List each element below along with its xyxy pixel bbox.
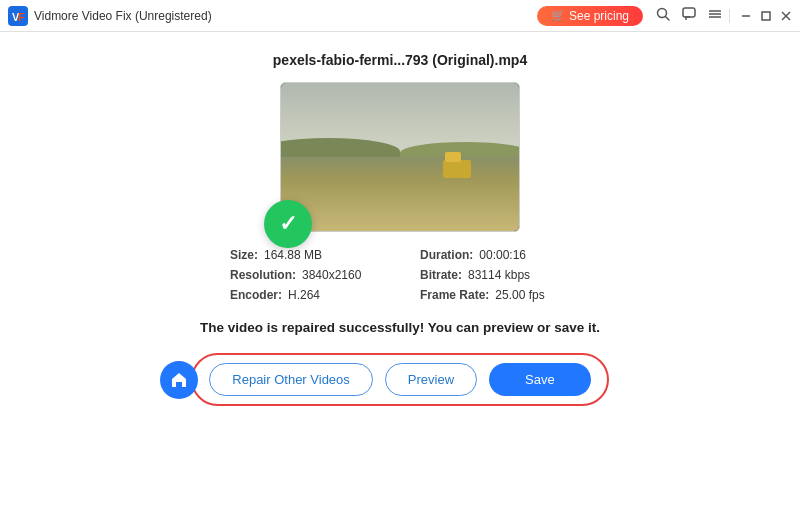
encoder-label: Encoder:	[230, 288, 282, 302]
app-logo: V F	[8, 6, 28, 26]
info-encoder: Encoder: H.264	[230, 288, 380, 302]
resolution-value: 3840x2160	[302, 268, 361, 282]
scene-vehicle	[443, 160, 471, 178]
svg-rect-5	[683, 8, 695, 17]
search-icon[interactable]	[655, 7, 671, 24]
save-button[interactable]: Save	[489, 363, 591, 396]
title-bar: V F Vidmore Video Fix (Unregistered) 🛒 S…	[0, 0, 800, 32]
success-check-badge: ✓	[264, 200, 312, 248]
window-controls	[740, 10, 792, 22]
cart-icon: 🛒	[551, 9, 565, 22]
size-value: 164.88 MB	[264, 248, 322, 262]
encoder-value: H.264	[288, 288, 320, 302]
bitrate-value: 83114 kbps	[468, 268, 530, 282]
size-label: Size:	[230, 248, 258, 262]
action-buttons-group: Repair Other Videos Preview Save	[191, 353, 608, 406]
scene-land	[281, 157, 519, 231]
maximize-button[interactable]	[760, 10, 772, 22]
app-title: Vidmore Video Fix (Unregistered)	[34, 9, 537, 23]
info-resolution: Resolution: 3840x2160	[230, 268, 380, 282]
duration-value: 00:00:16	[479, 248, 526, 262]
chat-icon[interactable]	[681, 7, 697, 24]
bottom-actions: Repair Other Videos Preview Save	[20, 353, 780, 406]
framerate-label: Frame Rate:	[420, 288, 489, 302]
video-info-grid: Size: 164.88 MB Duration: 00:00:16 Resol…	[230, 248, 570, 302]
success-message: The video is repaired successfully! You …	[200, 320, 600, 335]
svg-line-4	[666, 17, 670, 21]
video-thumbnail	[280, 82, 520, 232]
divider	[729, 9, 730, 23]
bitrate-label: Bitrate:	[420, 268, 462, 282]
info-duration: Duration: 00:00:16	[420, 248, 570, 262]
home-button[interactable]	[160, 361, 198, 399]
close-button[interactable]	[780, 10, 792, 22]
repair-other-button[interactable]: Repair Other Videos	[209, 363, 373, 396]
framerate-value: 25.00 fps	[495, 288, 544, 302]
see-pricing-button[interactable]: 🛒 See pricing	[537, 6, 643, 26]
info-bitrate: Bitrate: 83114 kbps	[420, 268, 570, 282]
info-size: Size: 164.88 MB	[230, 248, 380, 262]
main-content: pexels-fabio-fermi...793 (Original).mp4 …	[0, 32, 800, 516]
pricing-label: See pricing	[569, 9, 629, 23]
info-framerate: Frame Rate: 25.00 fps	[420, 288, 570, 302]
minimize-button[interactable]	[740, 10, 752, 22]
preview-button[interactable]: Preview	[385, 363, 477, 396]
duration-label: Duration:	[420, 248, 473, 262]
resolution-label: Resolution:	[230, 268, 296, 282]
svg-rect-10	[762, 12, 770, 20]
menu-icon[interactable]	[707, 7, 723, 24]
video-thumbnail-container: ✓	[280, 82, 520, 232]
title-bar-actions	[655, 7, 723, 24]
svg-text:F: F	[18, 11, 25, 23]
video-title: pexels-fabio-fermi...793 (Original).mp4	[273, 52, 527, 68]
